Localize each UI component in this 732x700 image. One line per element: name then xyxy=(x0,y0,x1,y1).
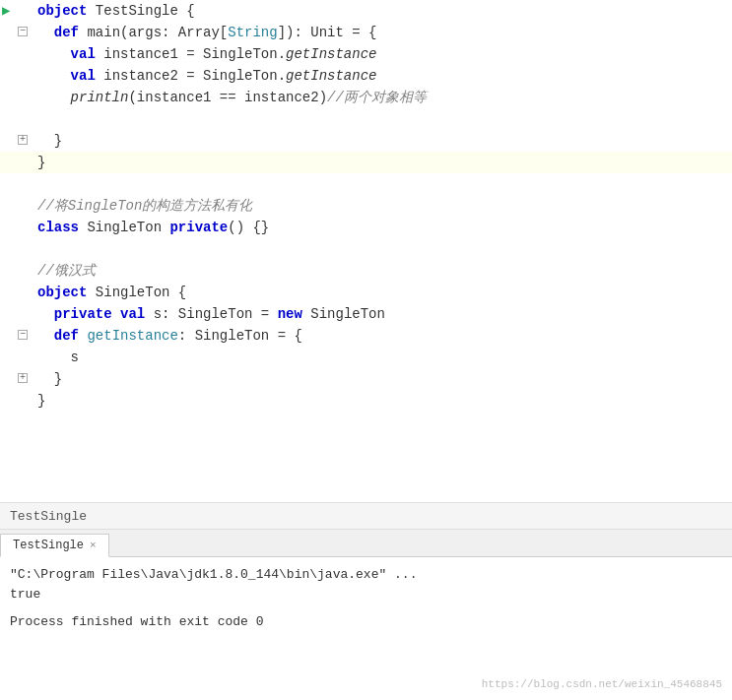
code-line: + } xyxy=(0,130,732,152)
gutter xyxy=(0,108,30,130)
collapse-icon[interactable]: − xyxy=(18,27,28,36)
output-value: true xyxy=(10,587,40,602)
line-content: } xyxy=(30,390,732,412)
output-true-line: true xyxy=(10,585,722,605)
gutter[interactable]: + xyxy=(0,130,30,152)
collapse-icon[interactable]: + xyxy=(18,373,28,383)
gutter[interactable]: − xyxy=(0,325,30,347)
run-tab-close-icon[interactable]: × xyxy=(90,540,97,551)
gutter xyxy=(0,260,30,282)
line-content: class SingleTon private() {} xyxy=(30,217,732,238)
code-line: println(instance1 == instance2)//两个对象相等 xyxy=(0,87,732,108)
line-content: //饿汉式 xyxy=(30,260,732,282)
gutter xyxy=(0,303,30,325)
code-line: ▶ object TestSingle { xyxy=(0,0,732,22)
collapse-icon[interactable]: + xyxy=(18,135,28,145)
editor-area: ▶ object TestSingle { − def main(args: A… xyxy=(0,0,732,502)
line-content: object SingleTon { xyxy=(30,282,732,303)
run-output: "C:\Program Files\Java\jdk1.8.0_144\bin\… xyxy=(0,557,732,698)
arrow-icon: ▶ xyxy=(2,0,10,22)
line-content: s xyxy=(30,347,732,368)
line-content xyxy=(30,238,732,260)
gutter xyxy=(0,282,30,303)
run-section: TestSingle × "C:\Program Files\Java\jdk1… xyxy=(0,530,732,698)
code-line: } xyxy=(0,390,732,412)
process-text: Process finished with exit code 0 xyxy=(10,614,263,629)
process-line: Process finished with exit code 0 xyxy=(10,612,722,632)
gutter[interactable]: − xyxy=(0,22,30,43)
structure-panel: TestSingle xyxy=(0,502,732,530)
code-line: + } xyxy=(0,368,732,390)
collapse-icon[interactable]: − xyxy=(18,330,28,340)
code-line xyxy=(0,238,732,260)
line-content: def main(args: Array[String]): Unit = { xyxy=(30,22,732,43)
line-content: } xyxy=(30,152,732,173)
run-tab-testsingle[interactable]: TestSingle × xyxy=(0,534,109,557)
code-line: private val s: SingleTon = new SingleTon xyxy=(0,303,732,325)
run-tabs-bar: TestSingle × xyxy=(0,530,732,557)
gutter xyxy=(0,152,30,173)
command-text: "C:\Program Files\Java\jdk1.8.0_144\bin\… xyxy=(10,567,417,582)
command-line: "C:\Program Files\Java\jdk1.8.0_144\bin\… xyxy=(10,565,722,585)
gutter xyxy=(0,238,30,260)
gutter xyxy=(0,347,30,368)
line-content: private val s: SingleTon = new SingleTon xyxy=(30,303,732,325)
line-content: val instance2 = SingleTon.getInstance xyxy=(30,65,732,87)
line-content: } xyxy=(30,368,732,390)
gutter xyxy=(0,390,30,412)
code-line: s xyxy=(0,347,732,368)
gutter[interactable]: + xyxy=(0,368,30,390)
line-content: println(instance1 == instance2)//两个对象相等 xyxy=(30,87,732,108)
line-content: val instance1 = SingleTon.getInstance xyxy=(30,43,732,65)
code-container: ▶ object TestSingle { − def main(args: A… xyxy=(0,0,732,412)
watermark: https://blog.csdn.net/weixin_45468845 xyxy=(482,678,722,690)
watermark-text: https://blog.csdn.net/weixin_45468845 xyxy=(482,678,722,690)
code-line: class SingleTon private() {} xyxy=(0,217,732,238)
code-line: val instance1 = SingleTon.getInstance xyxy=(0,43,732,65)
code-line: //饿汉式 xyxy=(0,260,732,282)
line-content xyxy=(30,173,732,195)
gutter xyxy=(0,87,30,108)
gutter xyxy=(0,195,30,217)
code-line: − def getInstance: SingleTon = { xyxy=(0,325,732,347)
code-line: val instance2 = SingleTon.getInstance xyxy=(0,65,732,87)
line-content: } xyxy=(30,130,732,152)
line-content: def getInstance: SingleTon = { xyxy=(30,325,732,347)
gutter: ▶ xyxy=(0,0,30,22)
run-tab-label: TestSingle xyxy=(13,539,84,552)
line-content: object TestSingle { xyxy=(30,0,732,22)
gutter xyxy=(0,217,30,238)
structure-label: TestSingle xyxy=(10,509,87,524)
line-content xyxy=(30,108,732,130)
line-content: //将SingleTon的构造方法私有化 xyxy=(30,195,732,217)
code-line: − def main(args: Array[String]): Unit = … xyxy=(0,22,732,43)
code-line: object SingleTon { xyxy=(0,282,732,303)
gutter xyxy=(0,173,30,195)
code-line: //将SingleTon的构造方法私有化 xyxy=(0,195,732,217)
code-line: } xyxy=(0,152,732,173)
code-line xyxy=(0,108,732,130)
code-line xyxy=(0,173,732,195)
gutter xyxy=(0,43,30,65)
gutter xyxy=(0,65,30,87)
